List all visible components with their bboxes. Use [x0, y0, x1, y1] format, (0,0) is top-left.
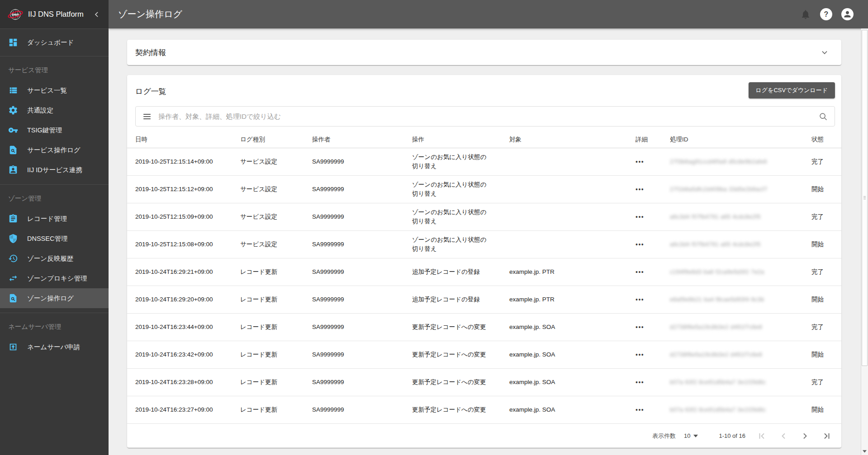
prev-page-button[interactable]	[778, 431, 789, 441]
cell-process-id: a6c3d4 f07fb4791 a65 4cdc8e2f5	[670, 240, 806, 249]
download-csv-button[interactable]: ログをCSVでダウンロード	[749, 82, 835, 99]
rows-per-page-select[interactable]: 10	[684, 432, 698, 439]
cell-log-type: レコード更新	[240, 295, 310, 304]
app-title: IIJ DNS Platform	[28, 10, 92, 19]
sidebar-item[interactable]: IIJ IDサービス連携	[0, 160, 109, 180]
detail-menu-button[interactable]: •••	[636, 378, 655, 387]
pagination-range: 1-10 of 16	[719, 432, 745, 439]
sidebar-item[interactable]: ネームサーバ申請	[0, 337, 109, 357]
cell-log-type: レコード更新	[240, 323, 310, 332]
account-button[interactable]	[841, 8, 854, 20]
cell-datetime: 2019-10-25T12:15:08+09:00	[135, 240, 239, 249]
cell-process-id: d2738f6e5a19c8b3e2 d491f7c6e8	[670, 351, 806, 359]
rows-per-page-label: 表示件数	[652, 432, 676, 440]
cell-target: example.jp. SOA	[509, 378, 631, 387]
header-actions: ?	[800, 8, 854, 20]
sidebar-item[interactable]: ゾーン反映履歴	[0, 249, 109, 268]
table-row: 2019-10-25T12:15:09+09:00 サービス設定 SA99999…	[127, 203, 841, 231]
rows-per-page-value: 10	[684, 432, 690, 439]
detail-menu-button[interactable]: •••	[636, 323, 655, 332]
detail-menu-button[interactable]: •••	[636, 350, 655, 359]
cell-status: 完了	[811, 157, 836, 166]
cell-process-id: d2738f6e5a19c8b3e2 d491f7c6e8	[670, 323, 806, 331]
sidebar-collapse-icon[interactable]	[92, 10, 101, 19]
column-status: 状態	[811, 136, 836, 144]
help-button[interactable]: ?	[820, 8, 832, 20]
sidebar-header: DNS IIJ DNS Platform	[0, 0, 109, 28]
cell-log-type: レコード更新	[240, 267, 310, 277]
next-page-button[interactable]	[800, 431, 811, 441]
cell-status: 完了	[811, 378, 836, 387]
cell-operation: 更新予定レコードへの変更	[412, 323, 491, 332]
help-icon: ?	[824, 10, 829, 19]
cell-process-id: c194f9e8d3 ba8 f2ca9e5d3f2 7e2a	[670, 268, 806, 276]
filter-menu-icon[interactable]	[142, 112, 152, 122]
cell-datetime: 2019-10-24T16:29:21+09:00	[135, 267, 239, 277]
log-list-title: ログ一覧	[135, 86, 166, 97]
table-row: 2019-10-25T12:15:08+09:00 サービス設定 SA99999…	[127, 231, 841, 258]
sidebar-item-label: ダッシュボード	[27, 38, 74, 47]
sidebar-section: ゾーン管理レコード管理DNSSEC管理ゾーン反映履歴ゾーンプロキシ管理ゾーン操作…	[0, 185, 109, 313]
scrollbar-thumb[interactable]	[862, 30, 868, 366]
cell-operation: 追加予定レコードの登録	[412, 295, 491, 304]
sidebar-item[interactable]: ゾーン操作ログ	[0, 288, 109, 308]
main-content: 契約情報 ログ一覧 ログをCSVでダウンロード 日時 ログ種別 操作者 操作 対…	[109, 28, 868, 455]
contract-accordion[interactable]: 契約情報	[127, 40, 841, 65]
sidebar-item[interactable]: ゾーンプロキシ管理	[0, 268, 109, 288]
search-icon[interactable]	[818, 112, 828, 122]
cell-log-type: サービス設定	[240, 185, 310, 194]
cell-operator: SA9999999	[312, 405, 403, 414]
sidebar-item[interactable]: サービス一覧	[0, 80, 109, 100]
table-row: 2019-10-24T16:29:20+09:00 レコード更新 SA99999…	[127, 286, 841, 314]
detail-menu-button[interactable]: •••	[636, 185, 655, 194]
chevron-down-icon	[820, 47, 830, 57]
sidebar-item[interactable]: レコード管理	[0, 209, 109, 229]
cell-target: example.jp. SOA	[509, 405, 631, 414]
detail-menu-button[interactable]: •••	[636, 212, 655, 221]
key-icon	[8, 125, 18, 135]
first-page-button[interactable]	[756, 431, 767, 441]
scrollbar-down-button[interactable]	[861, 447, 868, 455]
column-target: 対象	[509, 136, 631, 144]
sidebar-item-label: DNSSEC管理	[27, 235, 67, 243]
table-row: 2019-10-24T16:23:42+09:00 レコード更新 SA99999…	[127, 341, 841, 369]
detail-menu-button[interactable]: •••	[636, 267, 655, 277]
sidebar-nav: ダッシュボードサービス管理サービス一覧共通設定TSIG鍵管理サービス操作ログII…	[0, 28, 109, 361]
history-icon	[8, 253, 18, 263]
log-card: ログ一覧 ログをCSVでダウンロード 日時 ログ種別 操作者 操作 対象 詳細 …	[127, 75, 841, 448]
cell-status: 開始	[811, 240, 836, 249]
upload-box-icon	[8, 342, 18, 352]
log-search-icon	[8, 145, 18, 155]
last-page-button[interactable]	[821, 431, 832, 441]
cell-process-id: 27f1b8a5dfc2d409ba 33d5e2b9acf7	[670, 185, 806, 193]
sidebar-item[interactable]: ダッシュボード	[0, 33, 109, 52]
column-log-type: ログ種別	[240, 136, 310, 144]
cell-status: 開始	[811, 350, 836, 359]
notifications-bell-icon[interactable]	[800, 9, 811, 20]
cell-process-id: a6c3d4 f07fb4791 a65 4cdc8e2f5	[670, 213, 806, 221]
cell-operator: SA9999999	[312, 157, 403, 166]
cell-status: 開始	[811, 405, 836, 414]
cell-datetime: 2019-10-24T16:23:44+09:00	[135, 323, 239, 332]
detail-menu-button[interactable]: •••	[636, 295, 655, 304]
sidebar-item[interactable]: 共通設定	[0, 100, 109, 120]
table-row: 2019-10-25T12:15:12+09:00 サービス設定 SA99999…	[127, 176, 841, 203]
sidebar-item[interactable]: TSIG鍵管理	[0, 120, 109, 140]
cell-operation: ゾーンのお気に入り状態の切り替え	[412, 180, 491, 198]
cell-log-type: サービス設定	[240, 157, 310, 166]
sidebar-item-label: 共通設定	[27, 106, 53, 115]
cell-datetime: 2019-10-24T16:23:42+09:00	[135, 350, 239, 359]
sidebar-item[interactable]: DNSSEC管理	[0, 229, 109, 249]
search-input[interactable]	[158, 113, 818, 120]
cell-operator: SA9999999	[312, 185, 403, 194]
cell-datetime: 2019-10-25T12:15:09+09:00	[135, 212, 239, 221]
cell-status: 開始	[811, 185, 836, 194]
sidebar-item-label: ゾーン操作ログ	[27, 294, 74, 303]
detail-menu-button[interactable]: •••	[636, 157, 655, 166]
cell-datetime: 2019-10-24T16:29:20+09:00	[135, 295, 239, 304]
detail-menu-button[interactable]: •••	[636, 405, 655, 414]
sidebar-item[interactable]: サービス操作ログ	[0, 140, 109, 160]
cell-target: example.jp. SOA	[509, 350, 631, 359]
dashboard-icon	[8, 38, 18, 47]
detail-menu-button[interactable]: •••	[636, 240, 655, 249]
